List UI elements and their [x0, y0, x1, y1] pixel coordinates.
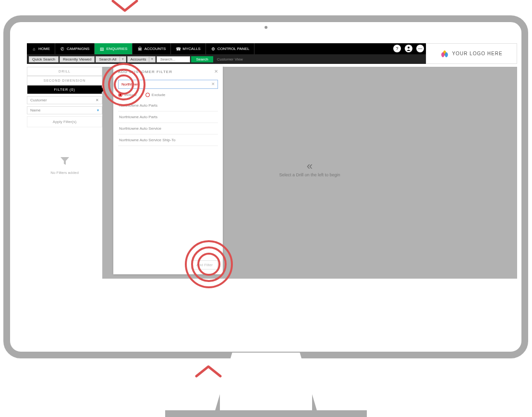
search-scope-dropdown[interactable]: Search All▾: [96, 56, 126, 62]
help-button[interactable]: ?: [393, 45, 401, 52]
user-button[interactable]: [405, 45, 412, 52]
main-hint: « Select a Drill on the left to begin: [279, 160, 340, 177]
accounts-icon: 🏛: [137, 47, 142, 51]
filter-customer[interactable]: Customer ✕: [27, 96, 102, 104]
camera-dot: [265, 26, 267, 29]
recently-viewed-button[interactable]: Recently Viewed: [60, 56, 95, 62]
nav-control[interactable]: ⚙CONTROL PANEL: [206, 43, 255, 54]
tab-second-dimension[interactable]: SECOND DIMENSION: [27, 76, 102, 85]
suggestion-item[interactable]: Northtowne Auto Service: [118, 123, 218, 135]
search-button[interactable]: Search: [191, 56, 213, 62]
campaign-icon: ✆: [60, 47, 65, 51]
exclude-radio[interactable]: Exclude: [145, 93, 165, 97]
mycalls-icon: ☎: [176, 47, 181, 51]
nav-enquiries[interactable]: ▤ENQUIRIES: [95, 43, 133, 54]
nav-mycalls-label: MYCALLS: [182, 47, 200, 51]
filter-customer-label: Customer: [30, 98, 47, 102]
nav-campaigns[interactable]: ✆CAMPAIGNS: [55, 43, 95, 54]
chevron-down-icon: ▾: [149, 56, 156, 62]
entity-dropdown[interactable]: Accounts▾: [127, 56, 156, 62]
close-modal-button[interactable]: ✕: [214, 69, 218, 74]
filter-search-input[interactable]: [118, 80, 218, 89]
main-hint-text: Select a Drill on the left to begin: [279, 172, 340, 177]
nav-accounts-label: ACCOUNTS: [144, 47, 166, 51]
filter-name[interactable]: Name ▾: [27, 106, 102, 114]
nav-control-label: CONTROL PANEL: [218, 47, 250, 51]
chevron-down-icon: [110, 0, 139, 14]
add-filter-button[interactable]: Add Filter: [191, 260, 218, 270]
chevron-down-icon: ▾: [120, 56, 126, 62]
customer-view-link[interactable]: Customer View: [214, 57, 246, 61]
active-tab-pointer-icon: [102, 87, 104, 92]
searchbar: Quick Search Recently Viewed Search All▾…: [27, 54, 426, 64]
search-scope-label: Search All: [96, 56, 120, 62]
add-filter-modal: ADD CUSTOMER FILTER ✕ ✕ Include Exclude …: [113, 65, 223, 274]
apply-filters-button[interactable]: Apply Filter(s): [27, 116, 102, 127]
entity-label: Accounts: [127, 56, 150, 62]
filter-name-label: Name: [30, 108, 40, 112]
include-label: Include: [124, 93, 137, 97]
no-filters: No Filters added: [27, 156, 102, 175]
double-chevron-left-icon: «: [279, 160, 340, 172]
svg-point-0: [408, 47, 410, 49]
radio-on-icon: [118, 93, 122, 97]
suggestion-item[interactable]: Northtowne Auto Parts: [118, 111, 218, 123]
no-filters-text: No Filters added: [27, 171, 102, 175]
user-icon: [406, 46, 411, 51]
search-input[interactable]: [157, 56, 190, 62]
monitor-base: [165, 410, 367, 417]
funnel-icon: [60, 156, 70, 166]
radio-off-icon: [145, 93, 150, 97]
nav-home-label: HOME: [38, 47, 50, 51]
control-icon: ⚙: [211, 47, 216, 51]
home-icon: ⌂: [32, 47, 36, 51]
modal-title: ADD CUSTOMER FILTER: [118, 70, 218, 74]
nav-home[interactable]: ⌂HOME: [27, 43, 55, 54]
tab-drill[interactable]: DRILL: [27, 67, 102, 76]
quick-search-button[interactable]: Quick Search: [29, 56, 59, 62]
chevron-up-icon: [194, 363, 223, 378]
tab-filter[interactable]: FILTER (0): [27, 85, 102, 94]
more-button[interactable]: —: [416, 45, 424, 52]
nav-mycalls[interactable]: ☎MYCALLS: [171, 43, 206, 54]
remove-filter-button[interactable]: ✕: [96, 98, 99, 102]
exclude-label: Exclude: [152, 93, 165, 97]
nav-enquiries-label: ENQUIRIES: [106, 47, 127, 51]
logo-swirl-icon: [440, 49, 449, 58]
suggestion-list: Northtowne Auto Parts Northtowne Auto Pa…: [118, 100, 218, 146]
app: YOUR LOGO HERE ⌂HOME ✆CAMPAIGNS ▤ENQUIRI…: [27, 43, 517, 279]
logo: YOUR LOGO HERE: [426, 43, 517, 64]
enquiry-icon: ▤: [99, 47, 104, 51]
tab-filter-label: FILTER (0): [54, 88, 75, 91]
include-radio[interactable]: Include: [118, 93, 137, 97]
suggestion-item[interactable]: Northtowne Auto Service Ship-To: [118, 135, 218, 146]
chevron-down-icon[interactable]: ▾: [97, 108, 99, 112]
side-panel: DRILL SECOND DIMENSION FILTER (0) Custom…: [27, 67, 102, 175]
nav-accounts[interactable]: 🏛ACCOUNTS: [133, 43, 171, 54]
monitor-stand: [213, 353, 319, 417]
logo-text: YOUR LOGO HERE: [452, 51, 502, 56]
nav-campaigns-label: CAMPAIGNS: [67, 47, 89, 51]
suggestion-item[interactable]: Northtowne Auto Parts: [118, 100, 218, 111]
clear-input-button[interactable]: ✕: [211, 82, 215, 86]
topnav: ⌂HOME ✆CAMPAIGNS ▤ENQUIRIES 🏛ACCOUNTS ☎M…: [27, 43, 426, 54]
